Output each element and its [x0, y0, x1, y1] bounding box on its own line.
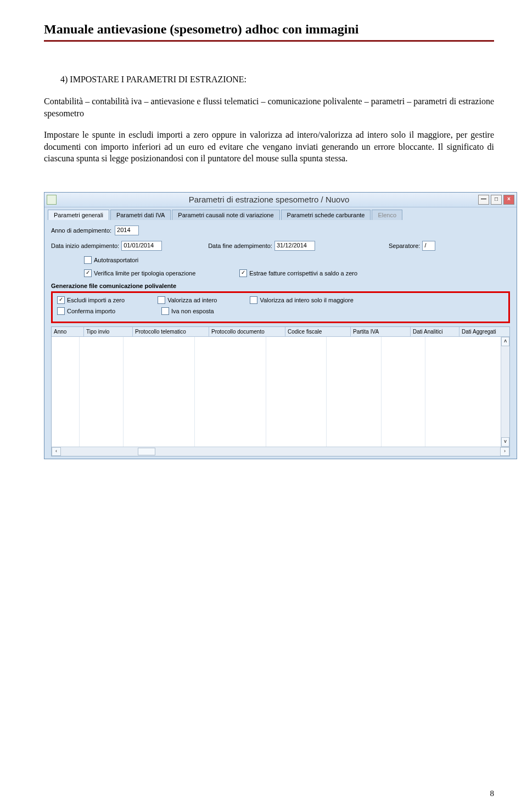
tab-elenco[interactable]: Elenco	[372, 210, 402, 220]
app-window: Parametri di estrazione spesometro / Nuo…	[44, 192, 517, 459]
checkbox-escludi-importi[interactable]: ✓	[57, 296, 65, 304]
form-area: Anno di adempimento: 2014 Data inizio ad…	[44, 220, 517, 459]
col-tipo-invio[interactable]: Tipo invio	[84, 327, 133, 336]
input-separatore[interactable]: /	[422, 241, 435, 251]
label-valorizza-maggiore: Valorizza ad intero solo il maggiore	[260, 297, 353, 303]
col-protocollo-telematico[interactable]: Protocollo telematico	[133, 327, 209, 336]
checkbox-estrae-fatture[interactable]: ✓	[239, 269, 247, 277]
paragraph-1: Contabilità – contabilità iva – antievas…	[44, 95, 494, 119]
tab-causali-note[interactable]: Parametri causali note di variazione	[172, 210, 279, 220]
label-estrae-fatture: Estrae fatture corrispettivi a saldo a z…	[249, 270, 357, 277]
page-number: 8	[490, 789, 495, 798]
label-autotrasportatori: Autotrasportatori	[94, 257, 138, 263]
scroll-down-icon[interactable]: v	[501, 437, 509, 447]
highlighted-red-box: ✓ Escludi importi a zero Valorizza ad in…	[51, 291, 510, 323]
col-partita-iva[interactable]: Partita IVA	[351, 327, 411, 336]
grid-vertical-scrollbar[interactable]: ʌ v	[501, 337, 509, 447]
tab-parametri-generali[interactable]: Parametri generali	[48, 210, 109, 220]
checkbox-valorizza-maggiore[interactable]	[250, 296, 257, 304]
label-conferma-importo: Conferma importo	[67, 308, 115, 314]
scroll-track[interactable]	[61, 448, 500, 455]
grid-body[interactable]: ʌ v	[52, 337, 509, 447]
window-icon	[47, 195, 57, 205]
label-iva-non-esposta: Iva non esposta	[171, 308, 214, 314]
data-grid: Anno Tipo invio Protocollo telematico Pr…	[51, 326, 510, 456]
checkbox-valorizza-intero[interactable]	[158, 296, 165, 304]
input-data-fine[interactable]: 31/12/2014	[274, 241, 315, 251]
close-button[interactable]: ×	[503, 195, 514, 205]
checkbox-iva-non-esposta[interactable]	[161, 307, 169, 315]
label-data-inizio: Data inizio adempimento:	[51, 243, 119, 249]
section-generazione-file: Generazione file comunicazione polivalen…	[51, 283, 510, 289]
body-text: Contabilità – contabilità iva – antievas…	[44, 95, 494, 165]
grid-header-row: Anno Tipo invio Protocollo telematico Pr…	[52, 327, 509, 337]
tab-parametri-dati-iva[interactable]: Parametri dati IVA	[110, 210, 171, 220]
label-anno: Anno di adempimento:	[51, 227, 111, 234]
col-dati-analitici[interactable]: Dati Analitici	[411, 327, 459, 336]
tab-strip: Parametri generali Parametri dati IVA Pa…	[44, 207, 517, 220]
col-anno[interactable]: Anno	[52, 327, 84, 336]
label-escludi-importi: Escludi importi a zero	[67, 297, 125, 303]
scroll-right-icon[interactable]: ›	[500, 447, 509, 456]
input-anno[interactable]: 2014	[115, 225, 139, 235]
checkbox-verifica-limite[interactable]: ✓	[84, 269, 92, 277]
scroll-left-icon[interactable]: ‹	[52, 447, 61, 456]
maximize-button[interactable]: □	[491, 195, 502, 205]
scroll-thumb[interactable]	[138, 448, 155, 455]
label-separatore: Separatore:	[389, 243, 420, 249]
input-data-inizio[interactable]: 01/01/2014	[121, 241, 162, 251]
minimize-button[interactable]: —	[478, 195, 489, 205]
checkbox-conferma-importo[interactable]	[57, 307, 65, 315]
col-protocollo-documento[interactable]: Protocollo documento	[209, 327, 285, 336]
doc-header: Manuale antievasione (spesometro) adhoc …	[44, 22, 494, 42]
col-dati-aggregati[interactable]: Dati Aggregati	[459, 327, 509, 336]
col-codice-fiscale[interactable]: Codice fiscale	[285, 327, 351, 336]
scroll-up-icon[interactable]: ʌ	[501, 337, 509, 346]
section-heading: 4) IMPOSTARE I PARAMETRI DI ESTRAZIONE:	[60, 75, 494, 84]
label-data-fine: Data fine adempimento:	[208, 243, 272, 249]
grid-horizontal-scrollbar[interactable]: ‹ ›	[52, 447, 509, 456]
label-verifica-limite: Verifica limite per tipologia operazione	[94, 270, 195, 277]
tab-schede-carburante[interactable]: Parametri schede carburante	[281, 210, 371, 220]
label-valorizza-intero: Valorizza ad intero	[167, 297, 217, 303]
window-title: Parametri di estrazione spesometro / Nuo…	[60, 195, 478, 204]
paragraph-2: Impostare le spunte in escludi importi a…	[44, 129, 494, 165]
titlebar: Parametri di estrazione spesometro / Nuo…	[44, 193, 517, 207]
checkbox-autotrasportatori[interactable]	[84, 256, 92, 264]
